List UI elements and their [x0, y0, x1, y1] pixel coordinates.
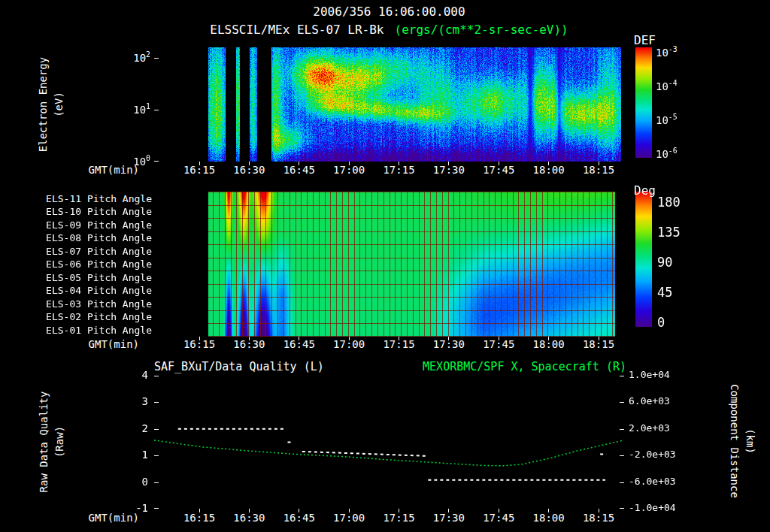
time-tick-mark	[349, 337, 350, 340]
distance-ytick-label: -1.0e+04	[629, 503, 676, 513]
energy-ytick-mark	[154, 110, 159, 110]
time-tick-label: 17:15	[377, 165, 422, 176]
pitch-row-label: ELS-08 Pitch Angle	[44, 233, 152, 243]
time-tick-label: 16:45	[277, 165, 322, 176]
pitch-row-label: ELS-02 Pitch Angle	[44, 312, 152, 322]
time-tick-mark	[499, 162, 499, 165]
energy-axis-unit-label: (eV)	[53, 22, 65, 187]
energy-ytick-label: 100	[113, 155, 150, 168]
time-tick-label: 17:45	[476, 339, 521, 350]
energy-axis-label: Electron Energy	[37, 22, 49, 187]
instrument-label: ELSSCIL/MEx ELS-07 LR-Bk	[210, 23, 383, 37]
time-tick-mark	[448, 509, 449, 512]
time-tick-mark	[299, 337, 299, 340]
time-tick-label: 16:45	[277, 512, 322, 524]
def-tick-label: 10-5	[656, 113, 678, 126]
quality-ytick-label: 4	[124, 370, 148, 381]
def-tick-label: 10-6	[656, 147, 678, 160]
quality-ytick-mark	[154, 455, 159, 456]
pitch-row-label: ELS-04 Pitch Angle	[44, 286, 152, 296]
quality-ytick-label: 2	[124, 423, 148, 434]
time-tick-mark	[199, 162, 200, 165]
pitch-angle-heatmap	[154, 192, 624, 337]
time-tick-mark	[349, 162, 350, 165]
time-tick-label: 16:15	[177, 165, 222, 176]
time-tick-label: 17:00	[326, 512, 371, 524]
time-tick-label: 18:00	[526, 339, 571, 350]
distance-ytick-label: 6.0e+03	[629, 396, 670, 407]
time-tick-mark	[249, 509, 250, 512]
quality-ytick-mark	[154, 429, 159, 430]
time-tick-mark	[399, 337, 399, 340]
time-tick-mark	[599, 162, 599, 165]
time-tick-label: 18:15	[576, 165, 621, 176]
time-tick-label: 17:00	[326, 165, 371, 176]
energy-ytick-mark	[154, 161, 159, 162]
quality-axis-label: Raw Data Quality	[38, 359, 50, 524]
time-tick-mark	[249, 337, 250, 340]
quality-axis-unit-label: (Raw)	[53, 359, 65, 524]
quality-ytick-label: 1	[124, 449, 148, 461]
quality-ytick-mark	[154, 402, 159, 403]
page-title: 2006/356 16:06:00.000	[154, 5, 624, 19]
energy-ytick-mark	[154, 58, 159, 59]
distance-ytick-mark	[620, 402, 624, 403]
time-tick-label: 17:30	[426, 339, 471, 350]
time-tick-mark	[399, 509, 399, 512]
distance-ytick-mark	[620, 376, 624, 376]
time-tick-label: 17:15	[377, 339, 422, 350]
time-tick-label: 16:30	[226, 339, 271, 350]
distance-ytick-label: 2.0e+03	[629, 423, 670, 434]
pitch-row-label: ELS-10 Pitch Angle	[44, 207, 152, 217]
deg-tick-label: 135	[657, 225, 681, 240]
time-tick-label: 17:15	[377, 512, 422, 524]
distance-ytick-label: -6.0e+03	[629, 476, 676, 487]
time-tick-label: 17:45	[476, 512, 521, 524]
deg-tick-label: 0	[657, 316, 665, 330]
pitch-row-label: ELS-11 Pitch Angle	[44, 194, 152, 204]
quality-distance-chart	[154, 376, 624, 509]
pitch-row-label: ELS-09 Pitch Angle	[44, 220, 152, 231]
time-tick-label: 16:30	[226, 165, 271, 176]
pitch-row-label: ELS-07 Pitch Angle	[44, 246, 152, 257]
def-colorbar	[635, 47, 652, 158]
time-tick-label: 18:00	[526, 512, 571, 524]
def-tick-label: 10-4	[656, 80, 678, 92]
time-tick-label: 16:45	[277, 339, 322, 350]
distance-axis-label: Component Distance	[729, 358, 741, 524]
quality-title-left: SAF_BXuT/Data Quality (L)	[154, 360, 324, 373]
time-tick-mark	[499, 509, 499, 512]
time-tick-mark	[548, 337, 549, 340]
time-tick-mark	[199, 337, 200, 340]
time-tick-mark	[448, 337, 449, 340]
plot-subtitle: ELSSCIL/MEx ELS-07 LR-Bk(ergs/(cm**2-sr-…	[79, 23, 699, 37]
time-tick-label: 17:45	[476, 165, 521, 176]
time-tick-mark	[499, 337, 499, 340]
deg-colorbar	[635, 192, 652, 327]
energy-ytick-label: 102	[113, 51, 150, 64]
time-tick-mark	[599, 509, 599, 512]
time-tick-mark	[399, 162, 399, 165]
time-tick-label: 17:30	[426, 165, 471, 176]
deg-tick-label: 180	[657, 195, 681, 210]
time-tick-label: 18:00	[526, 165, 571, 176]
science-plot-screen: 2006/356 16:06:00.000 ELSSCIL/MEx ELS-07…	[0, 0, 770, 532]
time-tick-mark	[299, 162, 299, 165]
distance-ytick-mark	[620, 482, 624, 483]
def-tick-label: 10-3	[656, 46, 678, 59]
quality-ytick-label: 0	[124, 476, 148, 488]
quality-ytick-mark	[154, 376, 159, 376]
deg-tick-label: 90	[657, 255, 672, 270]
pitch-row-label: ELS-06 Pitch Angle	[44, 259, 152, 270]
time-tick-label: 16:30	[226, 512, 271, 524]
units-label: (ergs/(cm**2-sr-sec-eV))	[395, 23, 568, 37]
distance-axis-unit-label: (km)	[744, 358, 756, 524]
time-tick-mark	[199, 509, 200, 512]
pitch-row-label: ELS-01 Pitch Angle	[44, 325, 152, 336]
time-tick-mark	[548, 162, 549, 165]
time-tick-label: 17:00	[326, 339, 371, 350]
quality-ytick-label: 3	[124, 396, 148, 407]
distance-ytick-label: -2.0e+03	[629, 449, 676, 460]
quality-ytick-mark	[154, 482, 159, 483]
time-tick-label: 16:15	[177, 339, 222, 350]
